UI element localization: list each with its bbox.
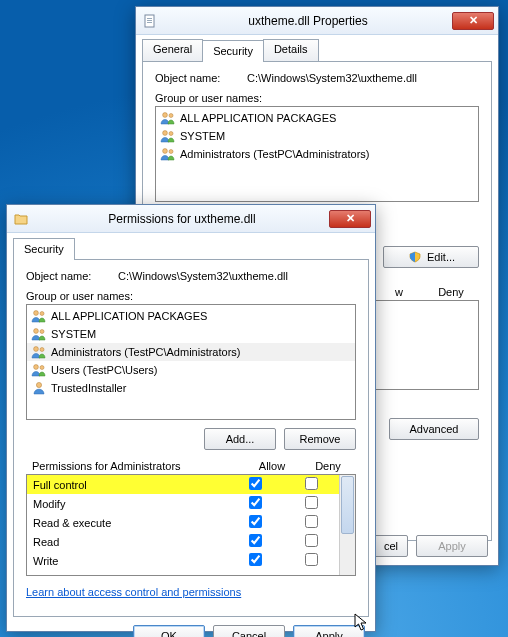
principal-entry[interactable]: SYSTEM: [156, 127, 478, 145]
principal-name: TrustedInstaller: [51, 382, 126, 394]
svg-point-10: [34, 311, 39, 316]
allow-checkbox[interactable]: [249, 496, 262, 509]
edit-button[interactable]: Edit...: [383, 246, 479, 268]
properties-tabs: General Security Details: [136, 39, 498, 61]
properties-titlebar[interactable]: uxtheme.dll Properties ✕: [136, 7, 498, 35]
properties-footer: cel Apply: [364, 527, 498, 565]
file-icon: [142, 13, 158, 29]
principal-entry[interactable]: Users (TestPC\Users): [27, 361, 355, 379]
remove-button[interactable]: Remove: [284, 428, 356, 450]
cancel-button[interactable]: Cancel: [213, 625, 285, 637]
allow-checkbox[interactable]: [249, 534, 262, 547]
group-icon: [31, 380, 47, 396]
svg-point-17: [40, 366, 44, 370]
tab-details[interactable]: Details: [263, 39, 319, 61]
principals-list[interactable]: ALL APPLICATION PACKAGESSYSTEMAdministra…: [155, 106, 479, 202]
principal-name: SYSTEM: [180, 130, 225, 142]
advanced-button[interactable]: Advanced: [389, 418, 479, 440]
shield-icon: [407, 249, 423, 265]
svg-point-11: [40, 312, 44, 316]
learn-link[interactable]: Learn about access control and permissio…: [26, 586, 241, 598]
group-icon: [31, 308, 47, 324]
add-button[interactable]: Add...: [204, 428, 276, 450]
permissions-tabs: Security: [7, 237, 375, 259]
group-icon: [31, 326, 47, 342]
close-icon[interactable]: ✕: [452, 12, 494, 30]
svg-rect-3: [147, 22, 152, 23]
object-name-label: Object name:: [155, 72, 247, 84]
group-icon: [31, 344, 47, 360]
svg-point-5: [169, 114, 173, 118]
principal-entry[interactable]: Administrators (TestPC\Administrators): [27, 343, 355, 361]
principal-name: Administrators (TestPC\Administrators): [180, 148, 370, 160]
permissions-title: Permissions for uxtheme.dll: [35, 212, 329, 226]
deny-checkbox[interactable]: [305, 496, 318, 509]
permissions-grid: Full controlModifyRead & executeReadWrit…: [26, 474, 356, 576]
svg-point-7: [169, 132, 173, 136]
group-label: Group or user names:: [26, 290, 356, 302]
allow-checkbox[interactable]: [249, 553, 262, 566]
permission-row: Modify: [27, 494, 339, 513]
deny-checkbox[interactable]: [305, 553, 318, 566]
svg-rect-2: [147, 20, 152, 21]
allow-checkbox[interactable]: [249, 515, 262, 528]
principal-name: SYSTEM: [51, 328, 96, 340]
ok-button[interactable]: OK: [133, 625, 205, 637]
scrollbar[interactable]: [339, 475, 355, 575]
properties-title: uxtheme.dll Properties: [164, 14, 452, 28]
apply-button[interactable]: Apply: [416, 535, 488, 557]
tab-security[interactable]: Security: [13, 238, 75, 260]
principal-entry[interactable]: Administrators (TestPC\Administrators): [156, 145, 478, 163]
permissions-titlebar[interactable]: Permissions for uxtheme.dll ✕: [7, 205, 375, 233]
close-icon[interactable]: ✕: [329, 210, 371, 228]
principal-entry[interactable]: SYSTEM: [27, 325, 355, 343]
folder-icon: [13, 211, 29, 227]
permission-name: Modify: [33, 498, 227, 510]
group-icon: [160, 146, 176, 162]
permission-row: Write: [27, 551, 339, 570]
allow-header: w: [375, 286, 423, 298]
svg-point-12: [34, 329, 39, 334]
deny-checkbox[interactable]: [305, 515, 318, 528]
allow-checkbox[interactable]: [249, 477, 262, 490]
svg-point-6: [163, 131, 168, 136]
svg-point-13: [40, 330, 44, 334]
deny-checkbox[interactable]: [305, 477, 318, 490]
principal-entry[interactable]: TrustedInstaller: [27, 379, 355, 397]
permissions-panel: Object name: C:\Windows\System32\uxtheme…: [13, 259, 369, 617]
svg-point-8: [163, 149, 168, 154]
principal-name: Users (TestPC\Users): [51, 364, 157, 376]
group-icon: [160, 128, 176, 144]
apply-button[interactable]: Apply: [293, 625, 365, 637]
svg-rect-1: [147, 18, 152, 19]
permission-row: Read: [27, 532, 339, 551]
cancel-button-fragment[interactable]: cel: [374, 535, 408, 557]
svg-point-15: [40, 348, 44, 352]
object-name-value: C:\Windows\System32\uxtheme.dll: [118, 270, 288, 282]
principal-name: ALL APPLICATION PACKAGES: [51, 310, 207, 322]
tab-security[interactable]: Security: [202, 40, 264, 62]
permission-row: Full control: [27, 475, 339, 494]
svg-point-9: [169, 150, 173, 154]
principal-entry[interactable]: ALL APPLICATION PACKAGES: [156, 109, 478, 127]
principals-list[interactable]: ALL APPLICATION PACKAGESSYSTEMAdministra…: [26, 304, 356, 420]
tab-general[interactable]: General: [142, 39, 203, 61]
permissions-window: Permissions for uxtheme.dll ✕ Security O…: [6, 204, 376, 632]
group-icon: [160, 110, 176, 126]
permission-name: Write: [33, 555, 227, 567]
permission-name: Read & execute: [33, 517, 227, 529]
svg-point-18: [36, 382, 41, 387]
svg-point-16: [34, 365, 39, 370]
deny-header: Deny: [423, 286, 479, 298]
object-name-value: C:\Windows\System32\uxtheme.dll: [247, 72, 417, 84]
deny-checkbox[interactable]: [305, 534, 318, 547]
permission-row: Read & execute: [27, 513, 339, 532]
group-label: Group or user names:: [155, 92, 479, 104]
group-icon: [31, 362, 47, 378]
object-name-label: Object name:: [26, 270, 118, 282]
principal-entry[interactable]: ALL APPLICATION PACKAGES: [27, 307, 355, 325]
permissions-footer: OK Cancel Apply: [7, 617, 375, 637]
permission-name: Read: [33, 536, 227, 548]
deny-header: Deny: [300, 460, 356, 472]
principal-name: Administrators (TestPC\Administrators): [51, 346, 241, 358]
